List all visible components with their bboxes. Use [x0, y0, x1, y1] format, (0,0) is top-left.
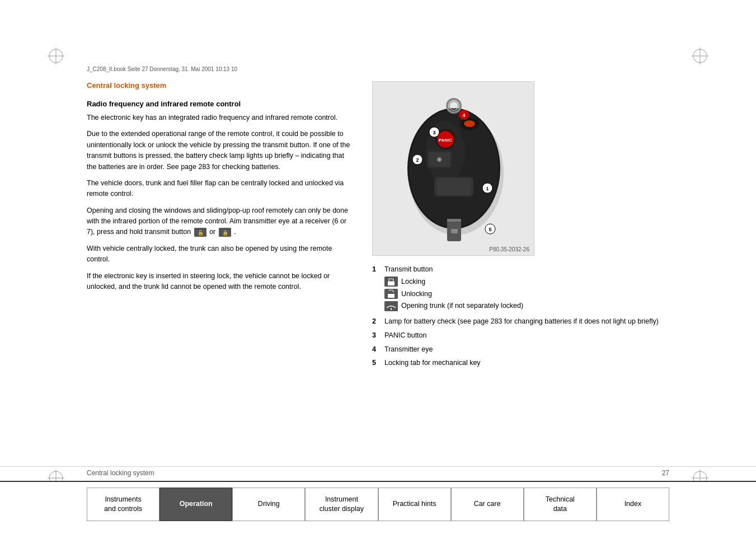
item-5-text: Locking tab for mechanical key	[384, 358, 481, 368]
svg-rect-50	[388, 282, 395, 285]
svg-rect-52	[388, 294, 395, 298]
key-image: PANIC 1 2	[381, 90, 527, 247]
section-title: Central locking system	[87, 81, 355, 90]
item-1-num: 1	[372, 264, 382, 275]
nav-tab-practical-hints-label: Practical hints	[393, 499, 436, 509]
image-reference: P80.35-2032-26	[489, 246, 529, 252]
nav-tab-practical-hints[interactable]: Practical hints	[378, 488, 451, 521]
numbered-items-list: 1 Transmit button Locking	[372, 264, 669, 368]
footer-left-text: Central locking system	[87, 469, 154, 477]
paragraph-2: Due to the extended operational range of…	[87, 129, 355, 172]
list-item-2: 2 Lamp for battery check (see page 283 f…	[372, 316, 669, 327]
svg-rect-34	[451, 229, 458, 233]
nav-tab-technical-data[interactable]: Technicaldata	[524, 488, 597, 521]
footer-navigation: Instrumentsand controls Operation Drivin…	[0, 481, 756, 534]
svg-point-37	[451, 103, 457, 109]
svg-text:2: 2	[416, 157, 419, 163]
item-4-num: 4	[372, 344, 382, 355]
nav-tab-driving[interactable]: Driving	[232, 488, 305, 521]
svg-text:1: 1	[486, 186, 489, 191]
nav-tab-index[interactable]: Index	[597, 488, 669, 521]
lock-inline-icon: 🔒	[219, 228, 231, 237]
svg-rect-21	[437, 179, 471, 195]
nav-tab-car-care-label: Car care	[474, 499, 501, 509]
nav-tab-driving-label: Driving	[258, 499, 280, 509]
svg-rect-33	[447, 219, 461, 222]
svg-text:🔓: 🔓	[197, 229, 204, 236]
list-item-4: 4 Transmitter eye	[372, 344, 669, 355]
nav-tab-instruments[interactable]: Instrumentsand controls	[87, 488, 159, 521]
svg-point-25	[438, 158, 441, 161]
sub-list-1: Locking Unlocking Opening	[384, 277, 523, 311]
item-3-num: 3	[372, 330, 382, 341]
item-4-text: Transmitter eye	[384, 344, 433, 355]
corner-mark-tl	[45, 45, 67, 67]
sub-item-locking-label: Locking	[401, 277, 425, 287]
nav-tab-container: Instrumentsand controls Operation Drivin…	[87, 488, 669, 521]
trunk-icon	[384, 301, 398, 311]
nav-tab-instrument-cluster[interactable]: Instrumentcluster display	[305, 488, 378, 521]
unlocking-icon	[384, 289, 398, 299]
list-item-3: 3 PANIC button	[372, 330, 669, 341]
item-1-text: Transmit button	[384, 265, 433, 273]
locking-icon	[384, 277, 398, 287]
sub-item-locking: Locking	[384, 277, 523, 287]
main-content: Central locking system Radio frequency a…	[87, 81, 669, 447]
nav-tab-instruments-label: Instrumentsand controls	[104, 495, 142, 514]
list-item-1: 1 Transmit button Locking	[372, 264, 669, 313]
footer-page-number: 27	[662, 469, 669, 477]
paragraph-1: The electronic key has an integrated rad…	[87, 113, 355, 123]
nav-tab-car-care[interactable]: Car care	[451, 488, 524, 521]
paragraph-3: The vehicle doors, trunk and fuel filler…	[87, 178, 355, 200]
svg-text:🔒: 🔒	[222, 229, 228, 236]
left-column: Central locking system Radio frequency a…	[87, 81, 355, 298]
item-3-text: PANIC button	[384, 330, 427, 341]
sub-item-trunk-label: Opening trunk (if not separately locked)	[401, 301, 523, 311]
sub-item-trunk: Opening trunk (if not separately locked)	[384, 301, 523, 311]
item-2-text: Lamp for battery check (see page 283 for…	[384, 316, 659, 327]
corner-mark-tr	[689, 45, 711, 67]
right-column: PANIC 1 2	[372, 81, 669, 372]
svg-text:5: 5	[489, 227, 491, 232]
svg-text:3: 3	[433, 130, 435, 135]
svg-text:4: 4	[462, 113, 465, 118]
item-5-num: 5	[372, 358, 382, 368]
header-file-info: J_C208_II.book Seite 27 Donnerstag, 31. …	[87, 66, 237, 72]
sub-item-unlocking-label: Unlocking	[401, 289, 432, 299]
nav-tab-operation-label: Operation	[180, 499, 213, 509]
item-2-num: 2	[372, 316, 382, 327]
subsection-heading: Radio frequency and infrared remote cont…	[87, 100, 355, 108]
nav-tab-index-label: Index	[624, 499, 642, 509]
nav-tab-operation[interactable]: Operation	[159, 488, 232, 521]
paragraph-4: Opening and closing the windows and slid…	[87, 205, 355, 238]
paragraph-5: With vehicle centrally locked, the trunk…	[87, 243, 355, 265]
key-image-container: PANIC 1 2	[372, 81, 534, 256]
paragraph-6: If the electronic key is inserted in ste…	[87, 271, 355, 293]
nav-tab-instrument-cluster-label: Instrumentcluster display	[320, 495, 364, 514]
unlock-inline-icon: 🔓	[194, 228, 206, 237]
nav-tab-technical-data-label: Technicaldata	[546, 495, 575, 514]
sub-item-unlocking: Unlocking	[384, 289, 523, 299]
svg-text:PANIC: PANIC	[439, 138, 453, 143]
svg-point-31	[464, 120, 475, 127]
footer-text-area: Central locking system 27	[0, 466, 756, 477]
list-item-5: 5 Locking tab for mechanical key	[372, 358, 669, 368]
